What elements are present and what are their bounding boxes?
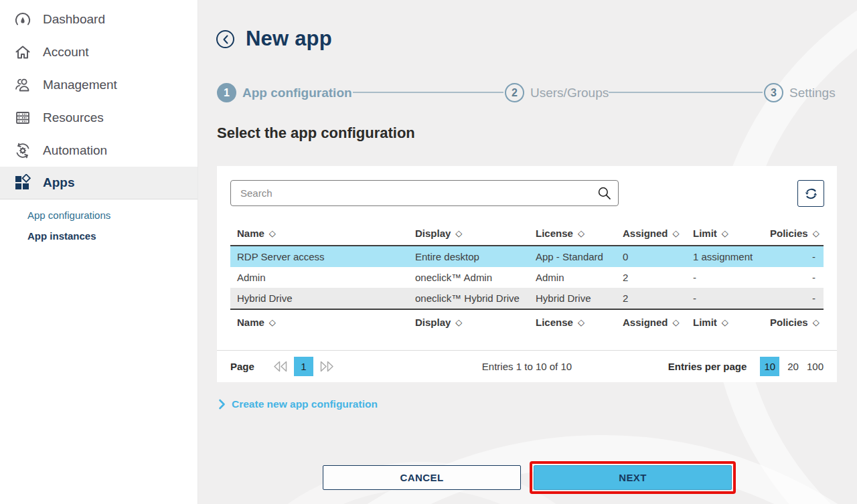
table-row-admin[interactable]: Admin oneclick™ Admin Admin 2 - - xyxy=(230,267,824,288)
sidebar: Dashboard Account Management Resources xyxy=(0,0,198,504)
page-label: Page xyxy=(230,361,254,372)
chevron-left-icon xyxy=(222,35,229,44)
chevron-right-icon xyxy=(218,399,226,410)
sidebar-item-label: Apps xyxy=(43,175,75,190)
column-header-display[interactable]: Display ◇ xyxy=(415,310,536,335)
users-icon xyxy=(14,76,31,94)
sidebar-subitem-app-instances[interactable]: App instances xyxy=(27,226,198,246)
page-title: New app xyxy=(246,27,332,51)
column-header-limit[interactable]: Limit ◇ xyxy=(693,221,770,246)
gauge-icon xyxy=(14,11,31,28)
table-row-hybrid-drive[interactable]: Hybrid Drive oneclick™ Hybrid Drive Hybr… xyxy=(230,288,824,309)
section-heading: Select the app configuration xyxy=(217,124,415,142)
table-footer-header-row: Name ◇ Display ◇ License ◇ Assigned ◇ Li… xyxy=(230,309,824,334)
step-1-label: App configuration xyxy=(242,86,352,100)
sidebar-item-label: Resources xyxy=(43,110,104,125)
sidebar-item-label: Automation xyxy=(43,143,107,158)
sidebar-item-label: Management xyxy=(43,78,117,92)
app-configurations-table: Name ◇ Display ◇ License ◇ Assigned ◇ Li… xyxy=(230,221,824,334)
column-header-policies[interactable]: Policies ◇ xyxy=(770,310,820,335)
home-icon xyxy=(14,44,31,61)
search-field-wrap xyxy=(230,180,619,206)
step-3-label: Settings xyxy=(789,86,836,100)
sidebar-item-dashboard[interactable]: Dashboard xyxy=(0,3,198,35)
column-header-license[interactable]: License ◇ xyxy=(536,310,623,335)
sort-icon[interactable]: ◇ xyxy=(673,221,680,246)
column-header-name[interactable]: Name ◇ xyxy=(237,310,415,335)
create-new-app-configuration-link[interactable]: Create new app configuration xyxy=(218,398,378,410)
sidebar-item-apps[interactable]: Apps xyxy=(0,167,198,199)
sidebar-item-resources[interactable]: Resources xyxy=(0,101,198,134)
sort-icon[interactable]: ◇ xyxy=(455,310,462,335)
refresh-icon xyxy=(803,186,819,201)
sidebar-item-label: Dashboard xyxy=(43,12,105,27)
apps-subnav: App configurations App instances xyxy=(0,199,198,246)
per-page-option-100[interactable]: 100 xyxy=(807,361,824,372)
pagination-bar: Page 1 Entries 1 to 10 of 10 Entries per… xyxy=(217,350,837,382)
column-header-limit[interactable]: Limit ◇ xyxy=(693,310,770,335)
sort-icon[interactable]: ◇ xyxy=(722,310,728,335)
sidebar-item-account[interactable]: Account xyxy=(0,35,198,68)
sort-icon[interactable]: ◇ xyxy=(813,221,820,246)
sidebar-subitem-app-configurations[interactable]: App configurations xyxy=(27,205,198,226)
apps-icon xyxy=(14,174,31,191)
double-chevron-left-icon xyxy=(272,360,288,373)
first-page-button[interactable] xyxy=(272,360,288,373)
refresh-button[interactable] xyxy=(797,180,824,207)
step-3-circle: 3 xyxy=(764,83,783,102)
sort-icon[interactable]: ◇ xyxy=(455,221,462,246)
automation-icon xyxy=(14,142,31,159)
column-header-license[interactable]: License ◇ xyxy=(536,221,623,246)
search-icon[interactable] xyxy=(597,186,611,200)
sort-icon[interactable]: ◇ xyxy=(673,310,680,335)
step-1-circle: 1 xyxy=(217,83,236,102)
double-chevron-right-icon xyxy=(319,360,335,373)
sort-icon[interactable]: ◇ xyxy=(269,221,276,246)
wizard-stepper: 1 App configuration 2 Users/Groups 3 Set… xyxy=(217,83,837,102)
sidebar-item-label: Account xyxy=(43,45,89,60)
column-header-name[interactable]: Name ◇ xyxy=(237,221,415,246)
entries-per-page-group: Entries per page 10 20 100 xyxy=(668,357,824,376)
sort-icon[interactable]: ◇ xyxy=(722,221,728,246)
step-2-label: Users/Groups xyxy=(530,86,609,100)
next-button[interactable]: NEXT xyxy=(534,465,732,490)
step-connector xyxy=(353,92,503,93)
step-2-circle: 2 xyxy=(505,83,524,102)
column-header-assigned[interactable]: Assigned ◇ xyxy=(623,310,693,335)
table-row-rdp-server-access[interactable]: RDP Server access Entire desktop App - S… xyxy=(230,246,824,267)
back-button[interactable] xyxy=(216,30,234,48)
per-page-option-10[interactable]: 10 xyxy=(760,357,779,376)
column-header-assigned[interactable]: Assigned ◇ xyxy=(623,221,693,246)
search-input[interactable] xyxy=(230,180,619,206)
sort-icon[interactable]: ◇ xyxy=(578,221,585,246)
sidebar-item-automation[interactable]: Automation xyxy=(0,134,198,167)
last-page-button[interactable] xyxy=(319,360,335,373)
server-icon xyxy=(14,109,31,127)
page-number-1[interactable]: 1 xyxy=(294,357,313,376)
column-header-policies[interactable]: Policies ◇ xyxy=(770,221,820,246)
step-connector xyxy=(609,92,763,93)
main-content: New app 1 App configuration 2 Users/Grou… xyxy=(198,0,857,504)
app-configuration-card: Name ◇ Display ◇ License ◇ Assigned ◇ Li… xyxy=(217,166,837,382)
table-header-row: Name ◇ Display ◇ License ◇ Assigned ◇ Li… xyxy=(230,221,824,246)
cancel-button[interactable]: CANCEL xyxy=(323,465,521,490)
column-header-display[interactable]: Display ◇ xyxy=(415,221,536,246)
sort-icon[interactable]: ◇ xyxy=(578,310,585,335)
sort-icon[interactable]: ◇ xyxy=(269,310,276,335)
entries-per-page-label: Entries per page xyxy=(668,361,747,372)
per-page-option-20[interactable]: 20 xyxy=(787,361,799,372)
sort-icon[interactable]: ◇ xyxy=(813,310,820,335)
next-button-highlight-annotation: NEXT xyxy=(530,461,736,494)
sidebar-item-management[interactable]: Management xyxy=(0,68,198,101)
